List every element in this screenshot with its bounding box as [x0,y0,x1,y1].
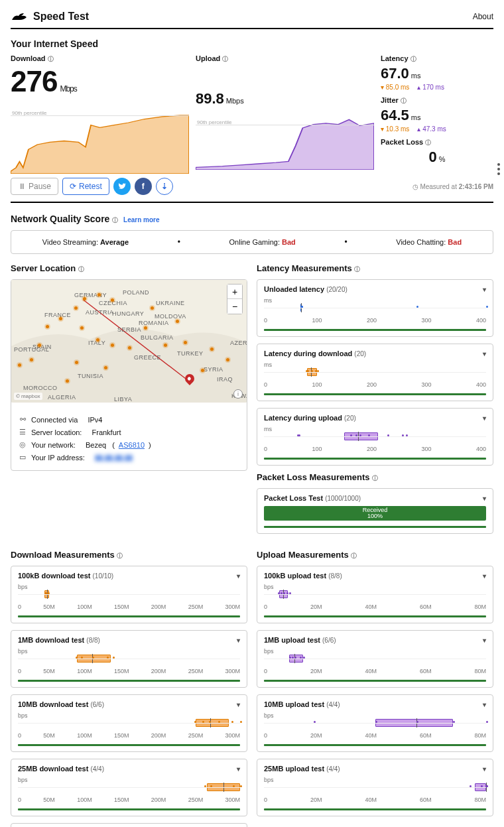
measurement-card: Latency during upload (20)▾ ms 010020030… [257,408,493,466]
globe-icon: ◎ [18,440,27,449]
chevron-down-icon[interactable]: ▾ [483,495,486,502]
packetloss-measurements-heading: Packet Loss Measurements [257,472,370,482]
latency-value: 67.0 [381,65,409,82]
map-country-label: MOROCCO [23,385,58,391]
map-city-dot [104,366,107,369]
mapbox-attribution: © mapbox [14,393,42,400]
upload-measurements-heading: Upload Measurements [257,550,349,560]
map-city-dot [226,358,229,361]
network-icon: ⚯ [18,415,27,424]
map-country-label: ROMANIA [139,320,169,326]
map-city-dot [75,361,78,364]
chevron-down-icon[interactable]: ▾ [237,765,240,773]
cloudflare-rabbit-icon [11,11,28,23]
map-city-dot [111,298,114,302]
info-icon[interactable]: ⓘ [117,552,123,559]
pause-button[interactable]: ⏸ Pause [11,178,58,195]
map-country-label: ALGERIA [48,394,76,401]
map-city-dot [144,326,147,330]
map-city-dot [96,338,99,342]
info-icon[interactable]: ⓘ [222,56,228,62]
chevron-down-icon[interactable]: ▾ [237,572,240,580]
map-city-dot [46,325,49,328]
info-icon[interactable]: ⓘ [112,217,118,223]
download-measurements-heading: Download Measurements [11,550,115,560]
map-country-label: TUNISIA [78,373,103,379]
info-icon[interactable]: ⓘ [48,56,54,62]
kebab-menu[interactable] [497,163,500,175]
latency-label: Latency [381,54,409,62]
server-location-heading: Server Location [11,263,76,273]
map-city-dot [66,379,69,383]
share-twitter[interactable] [113,178,131,195]
map-country-label: BULGARIA [141,334,174,341]
learn-more-link[interactable]: Learn more [123,216,159,223]
map-city-dot [128,346,131,350]
map-city-dot [164,344,167,347]
zoom-out-button[interactable]: − [227,299,242,314]
jitter-value: 64.5 [381,107,409,123]
upload-chart: 90th percentile [196,110,374,170]
download-chart: 90th percentile [11,101,189,174]
about-link[interactable]: About [473,12,493,21]
packetloss-label: Packet Loss [381,138,423,146]
app-title: Speed Test [33,11,89,23]
nqs-heading: Network Quality Score [11,214,109,224]
map-city-dot [111,344,114,347]
chevron-down-icon[interactable]: ▾ [483,414,486,422]
packetloss-value: 0 [428,149,436,165]
map-country-label: SYRIA [204,366,223,373]
map-city-dot [201,369,204,372]
info-icon[interactable]: ⓘ [401,97,407,104]
map-info-icon[interactable]: i [233,389,243,399]
measurement-card: Unloaded latency (20/20)▾ ms 01002003004… [257,279,493,337]
download-unit: Mbps [60,84,76,94]
map-city-dot [83,297,86,300]
ip-address-link[interactable]: ▮▮.▮▮.▮▮.▮▮ [95,453,133,462]
map-country-label: FRANCE [44,312,71,318]
chevron-down-icon[interactable]: ▾ [483,765,486,773]
chevron-down-icon[interactable]: ▾ [483,350,486,357]
chevron-down-icon[interactable]: ▾ [483,286,486,293]
server-icon: ☰ [18,428,27,436]
map-city-dot [18,363,21,367]
retest-button[interactable]: ⟳ Retest [62,178,109,195]
measurement-card: 100kB upload test (8/8)▾ bps 020M40M60M8… [257,566,493,623]
map-country-label: MOLDOVA [155,313,186,320]
measurement-card: 100MB download test (3/3)▾ bps 050M100M1… [11,823,247,827]
map-city-dot [59,317,62,320]
download-results[interactable]: ⇣ [156,178,173,195]
chevron-down-icon[interactable]: ▾ [483,637,486,644]
map-city-dot [74,306,78,310]
info-icon[interactable]: ⓘ [410,56,416,62]
share-facebook[interactable]: f [135,178,152,195]
zoom-in-button[interactable]: + [227,285,242,299]
info-icon[interactable]: ⓘ [354,266,360,273]
measured-at: ◷ Measured at 2:43:16 PM [412,183,493,190]
chevron-down-icon[interactable]: ▾ [237,637,240,644]
map-country-label: UKRAINE [156,300,185,306]
info-icon[interactable]: ⓘ [351,552,357,559]
info-icon[interactable]: ⓘ [78,266,84,273]
chevron-down-icon[interactable]: ▾ [483,572,486,580]
map-country-label: POLAND [123,289,149,296]
chevron-down-icon[interactable]: ▾ [237,701,240,708]
measurement-card: 1MB upload test (6/6)▾ bps 020M40M60M80M [257,630,493,688]
map-country-label: LIBYA [114,396,132,403]
map-country-label: TURKEY [177,350,204,357]
map-city-dot [97,293,101,296]
server-location-map[interactable]: GERMANYPOLANDCZECHIAAUSTRIAHUNGARYUKRAIN… [11,280,247,403]
packet-loss-bar: Received100% [264,506,486,521]
map-country-label: GERMANY [74,292,107,298]
chevron-down-icon[interactable]: ▾ [483,701,486,708]
download-label: Download [11,54,46,62]
map-city-dot [38,344,41,347]
measurement-card: 100kB download test (10/10)▾ bps 050M100… [11,566,247,623]
asn-link[interactable]: AS6810 [119,441,145,449]
info-icon[interactable]: ⓘ [372,475,378,481]
measurement-card: 25MB download test (4/4)▾ bps 050M100M15… [11,759,247,816]
map-country-label: AUSTRIA [86,309,114,316]
ip-icon: ▭ [18,453,27,462]
info-icon[interactable]: ⓘ [425,139,431,146]
nqs-row: Video Streaming: Average• Online Gaming:… [11,230,493,254]
